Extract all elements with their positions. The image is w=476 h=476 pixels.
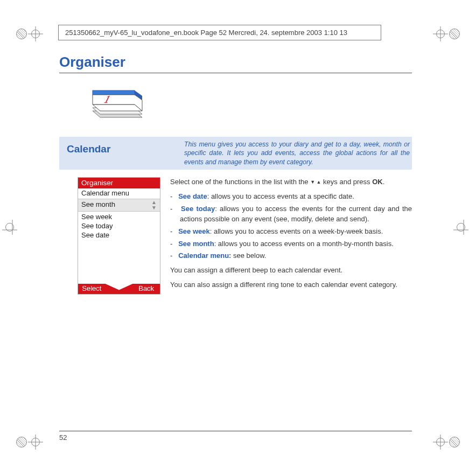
phone-selected-label: See month — [81, 200, 115, 209]
svg-marker-2 — [93, 104, 142, 111]
list-item: - See week: allows you to access events … — [170, 227, 412, 237]
list-item: See week — [81, 213, 157, 222]
phone-selected-item: See month ▲▼ — [78, 199, 160, 212]
crop-mark — [16, 434, 48, 450]
phone-softkeys: Select Back — [78, 284, 160, 294]
paragraph: You can assign a different beep to each … — [170, 265, 412, 276]
list-item: - See date: allows you to access events … — [170, 192, 412, 202]
phone-mock: Organiser Calendar menu See month ▲▼ See… — [78, 177, 160, 295]
crop-mark — [456, 222, 472, 254]
print-header: 251350662_myV-65_lu_vodafone_en.book Pag… — [58, 25, 381, 40]
list-item: See date — [81, 231, 157, 240]
page-body: Organiser 1 Calendar This menu gives you… — [59, 54, 412, 442]
crop-mark — [428, 434, 460, 450]
crop-mark — [4, 222, 20, 254]
svg-rect-3 — [93, 90, 135, 95]
section-band: Calendar This menu gives you access to y… — [59, 137, 412, 170]
page-number: 52 — [59, 431, 412, 442]
calendar-icon: 1 — [88, 83, 412, 127]
list-item: See today — [81, 222, 157, 231]
updown-icon: ▲▼ — [151, 200, 157, 211]
page-title: Organiser — [59, 54, 412, 73]
softkey-right: Back — [132, 284, 160, 294]
list-item: - Calendar menu: see below. — [170, 251, 412, 261]
softkey-divider — [106, 284, 133, 294]
phone-title: Organiser — [78, 178, 160, 188]
intro-line: Select one of the functions in the list … — [170, 177, 412, 187]
section-label: Calendar — [59, 137, 182, 170]
down-up-keys-icon: ▼ ▲ — [310, 179, 321, 185]
section-description: This menu gives you access to your diary… — [182, 137, 412, 170]
phone-list: See week See today See date — [78, 212, 160, 284]
paragraph: You can also assign a different ring ton… — [170, 280, 412, 290]
crop-mark — [16, 26, 48, 42]
body-content: Select one of the functions in the list … — [170, 177, 412, 295]
list-item: - See month: allows you to access events… — [170, 239, 412, 249]
phone-subtitle: Calendar menu — [78, 188, 160, 199]
crop-mark — [428, 26, 460, 42]
list-item: - See today: allows you to access the ev… — [170, 204, 412, 225]
softkey-left: Select — [78, 284, 106, 294]
